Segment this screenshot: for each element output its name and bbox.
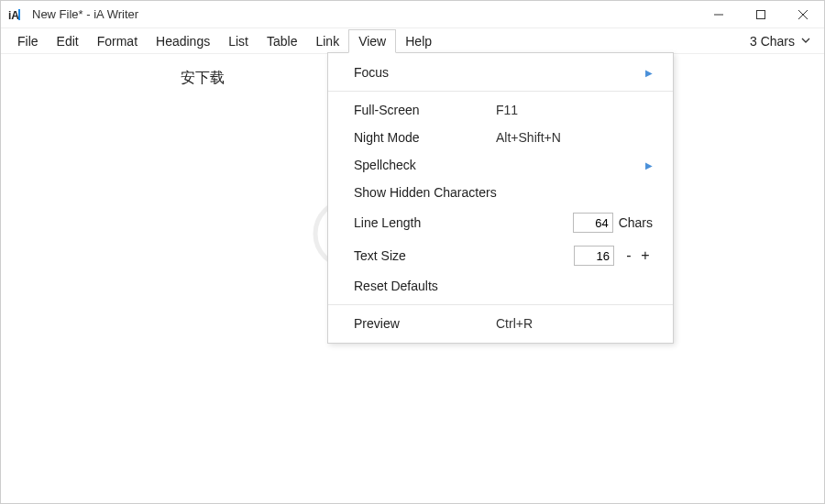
- submenu-arrow-icon: ▶: [645, 68, 653, 78]
- menu-format[interactable]: Format: [88, 30, 147, 52]
- view-dropdown: Focus ▶ Full-Screen F11 Night Mode Alt+S…: [327, 52, 674, 344]
- svg-rect-4: [757, 10, 765, 18]
- window-controls: [698, 1, 824, 28]
- menu-item-text-size: Text Size - +: [328, 239, 673, 272]
- menu-item-label: Line Length: [354, 215, 496, 230]
- menu-item-show-hidden[interactable]: Show Hidden Characters: [328, 179, 673, 206]
- submenu-arrow-icon: ▶: [645, 160, 653, 170]
- menu-item-shortcut: Alt+Shift+N: [496, 130, 597, 145]
- menu-item-spellcheck[interactable]: Spellcheck ▶: [328, 151, 673, 179]
- menu-item-label: Reset Defaults: [354, 279, 653, 293]
- menu-item-shortcut: F11: [496, 103, 597, 117]
- menu-edit[interactable]: Edit: [48, 30, 88, 52]
- menu-item-fullscreen[interactable]: Full-Screen F11: [328, 96, 673, 124]
- maximize-button[interactable]: [740, 1, 782, 28]
- menu-item-label: Spellcheck: [354, 158, 496, 172]
- menu-headings[interactable]: Headings: [147, 30, 219, 52]
- menu-item-reset-defaults[interactable]: Reset Defaults: [328, 272, 673, 300]
- separator: [328, 91, 673, 92]
- minimize-button[interactable]: [698, 1, 740, 28]
- window-title: New File* - iA Writer: [32, 7, 138, 21]
- menu-item-label: Show Hidden Characters: [354, 185, 653, 200]
- menu-item-shortcut: Ctrl+R: [496, 316, 597, 331]
- status-chars[interactable]: 3 Chars: [750, 34, 817, 49]
- menu-item-line-length: Line Length Chars: [328, 206, 673, 239]
- menu-list[interactable]: List: [219, 30, 258, 52]
- menu-item-preview[interactable]: Preview Ctrl+R: [328, 310, 673, 337]
- menu-table[interactable]: Table: [258, 30, 306, 52]
- menu-item-label: Night Mode: [354, 130, 496, 145]
- menu-help[interactable]: Help: [396, 30, 441, 52]
- menu-file[interactable]: File: [8, 30, 48, 52]
- menu-link[interactable]: Link: [306, 30, 348, 52]
- line-length-input[interactable]: [573, 213, 613, 233]
- menu-item-focus[interactable]: Focus ▶: [328, 59, 673, 86]
- chevron-down-icon: [800, 34, 811, 49]
- menu-item-label: Focus: [354, 65, 496, 80]
- status-chars-label: 3 Chars: [750, 34, 795, 49]
- text-size-minus-button[interactable]: -: [622, 247, 636, 264]
- menu-item-label: Full-Screen: [354, 103, 496, 117]
- menubar: File Edit Format Headings List Table Lin…: [1, 28, 824, 54]
- menu-item-label: Text Size: [354, 248, 496, 263]
- text-size-plus-button[interactable]: +: [638, 247, 653, 264]
- svg-text:iA: iA: [8, 9, 19, 22]
- titlebar: iA New File* - iA Writer: [1, 1, 824, 28]
- text-size-input[interactable]: [574, 246, 614, 266]
- line-length-unit: Chars: [619, 215, 653, 230]
- separator: [328, 304, 673, 305]
- menu-item-nightmode[interactable]: Night Mode Alt+Shift+N: [328, 124, 673, 151]
- editor-content[interactable]: 安下载: [38, 69, 368, 88]
- app-icon: iA: [8, 7, 23, 22]
- menu-item-label: Preview: [354, 316, 496, 331]
- menu-view[interactable]: View: [348, 29, 396, 53]
- close-button[interactable]: [782, 1, 824, 28]
